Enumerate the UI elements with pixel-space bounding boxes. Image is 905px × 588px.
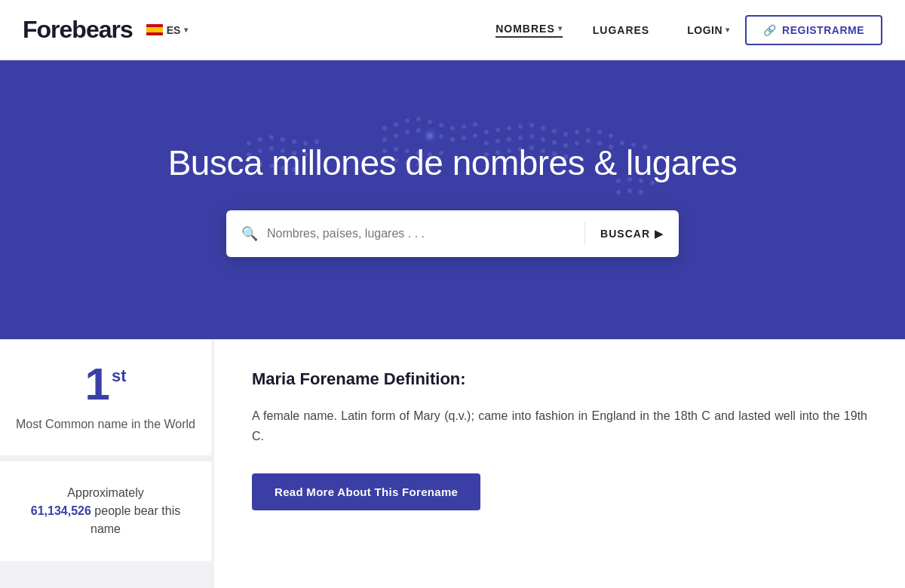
svg-point-0: [382, 126, 387, 130]
people-stat-card: Approximately 61,134,526 people bear thi…: [0, 461, 211, 564]
svg-point-23: [541, 126, 545, 130]
hero-title: Busca millones de nombres & lugares: [168, 142, 738, 183]
svg-point-15: [450, 137, 455, 142]
content-area: 1 st Most Common name in the World Appro…: [0, 339, 905, 588]
svg-point-9: [382, 137, 387, 142]
rank-suffix: st: [112, 368, 127, 384]
rank-stat-card: 1 st Most Common name in the World: [0, 339, 211, 458]
svg-point-4: [428, 120, 432, 124]
svg-point-25: [563, 132, 568, 136]
svg-point-86: [616, 190, 621, 194]
svg-point-32: [507, 137, 511, 142]
definition-title: Maria Forename Definition:: [252, 369, 867, 389]
svg-point-29: [609, 133, 613, 138]
svg-point-14: [439, 134, 443, 139]
svg-point-6: [450, 126, 455, 130]
svg-point-28: [597, 130, 602, 134]
login-button[interactable]: LOGIN ▾: [687, 24, 729, 36]
rank-label: Most Common name in the World: [15, 416, 196, 433]
svg-point-91: [428, 133, 432, 138]
svg-point-65: [258, 137, 262, 142]
svg-point-19: [495, 127, 500, 132]
svg-point-27: [586, 127, 591, 132]
hero-section: Busca millones de nombres & lugares 🔍 BU…: [0, 60, 905, 339]
svg-point-33: [518, 136, 523, 140]
read-more-button[interactable]: Read More About This Forename: [252, 473, 480, 510]
lang-chevron-icon: ▾: [184, 26, 188, 34]
svg-point-18: [484, 130, 489, 134]
svg-point-21: [518, 124, 523, 129]
svg-point-12: [416, 128, 421, 133]
svg-point-67: [281, 137, 285, 142]
search-icon: 🔍: [241, 225, 258, 242]
search-input[interactable]: [267, 227, 572, 240]
flag-spain-icon: [146, 24, 163, 35]
people-suffix: people bear this name: [90, 504, 180, 535]
svg-point-20: [507, 126, 511, 130]
register-icon: 🔗: [763, 24, 777, 36]
search-arrow-icon: ▶: [655, 228, 664, 240]
svg-point-10: [394, 133, 398, 138]
navbar: Forebears ES ▾ NOMBRES ▾ LUGARES LOGIN ▾…: [0, 0, 905, 60]
rank-number: 1: [85, 362, 110, 407]
language-selector[interactable]: ES ▾: [146, 24, 189, 36]
svg-point-7: [462, 124, 466, 129]
svg-point-26: [575, 130, 579, 134]
svg-point-1: [394, 122, 398, 127]
rank-display: 1 st: [15, 362, 196, 407]
site-logo[interactable]: Forebears: [23, 16, 133, 44]
svg-point-8: [473, 122, 477, 127]
svg-point-2: [405, 118, 410, 123]
nombres-chevron-icon: ▾: [558, 24, 563, 32]
left-sidebar: 1 st Most Common name in the World Appro…: [0, 339, 211, 588]
svg-point-24: [552, 129, 557, 133]
login-chevron-icon: ▾: [726, 26, 730, 34]
svg-point-22: [529, 123, 534, 127]
register-button[interactable]: 🔗 REGISTRARME: [745, 15, 882, 45]
search-button[interactable]: BUSCAR ▶: [597, 228, 667, 240]
svg-point-88: [639, 190, 643, 194]
svg-point-17: [473, 133, 477, 138]
people-stat-text: Approximately 61,134,526 people bear thi…: [15, 484, 196, 538]
nav-right: LOGIN ▾ 🔗 REGISTRARME: [687, 15, 882, 45]
svg-point-16: [462, 136, 466, 140]
svg-point-34: [529, 134, 534, 139]
nav-lugares[interactable]: LUGARES: [593, 24, 649, 36]
lang-code: ES: [167, 24, 181, 36]
definition-text: A female name. Latin form of Mary (q.v.)…: [252, 406, 867, 446]
svg-point-87: [627, 188, 632, 193]
main-content: Maria Forename Definition: A female name…: [211, 339, 905, 588]
nav-nombres[interactable]: NOMBRES ▾: [495, 23, 563, 38]
people-count: 61,134,526: [31, 504, 91, 517]
svg-point-5: [439, 123, 443, 127]
svg-point-3: [416, 117, 421, 121]
svg-point-35: [541, 137, 545, 142]
svg-point-11: [405, 130, 410, 134]
nav-links: NOMBRES ▾ LUGARES: [495, 23, 649, 38]
svg-point-66: [269, 135, 274, 139]
search-bar: 🔍 BUSCAR ▶: [226, 210, 679, 257]
search-divider: [584, 222, 585, 245]
